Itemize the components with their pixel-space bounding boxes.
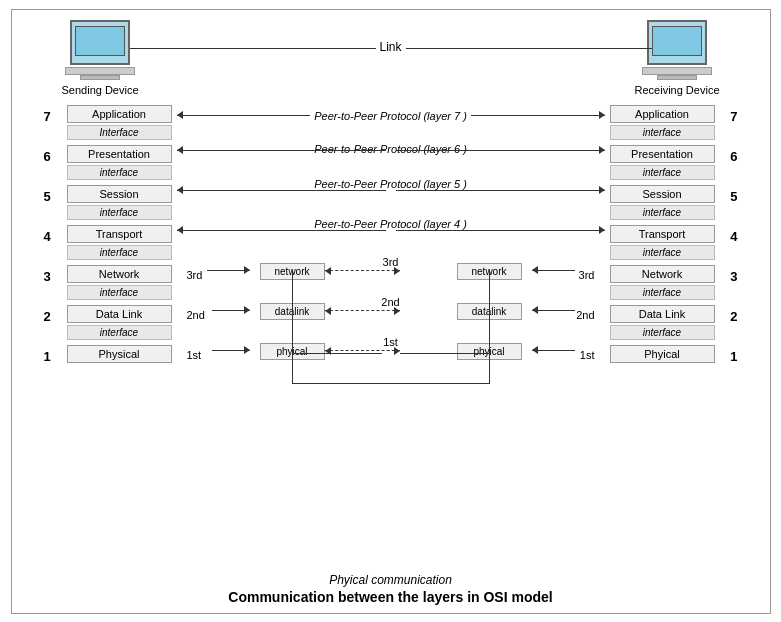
receiving-base xyxy=(642,67,712,75)
left-presentation: Presentation xyxy=(67,145,172,163)
right-session: Session xyxy=(610,185,715,203)
right-presentation: Presentation xyxy=(610,145,715,163)
sending-device: Sending Device xyxy=(62,20,139,96)
protocol-6-label: Peer-to-Peer Protocol (layer 6 ) xyxy=(177,143,605,155)
receiving-label: Receiving Device xyxy=(635,84,720,96)
left-interface-2: interface xyxy=(67,325,172,340)
right-datalink: Data Link xyxy=(610,305,715,323)
left-num-5: 5 xyxy=(44,189,51,204)
label-3rd-center: 3rd xyxy=(383,256,399,268)
right-num-4: 4 xyxy=(730,229,737,244)
left-num-2: 2 xyxy=(44,309,51,324)
right-interface-2: interface xyxy=(610,325,715,340)
protocol-7: Peer-to-Peer Protocol (layer 7 ) xyxy=(177,110,605,122)
right-num-2: 2 xyxy=(730,309,737,324)
caption-area: Phyical communication Communication betw… xyxy=(12,573,770,605)
vert-line-right-mid xyxy=(489,270,490,353)
right-num-1: 1 xyxy=(730,349,737,364)
right-num-6: 6 xyxy=(730,149,737,164)
right-interface-7: interface xyxy=(610,125,715,140)
protocol-6-arrow xyxy=(177,150,605,151)
link-label: Link xyxy=(375,40,405,54)
right-transport: Transport xyxy=(610,225,715,243)
right-phyical: Phyical xyxy=(610,345,715,363)
right-interface-4: interface xyxy=(610,245,715,260)
receiving-device: Receiving Device xyxy=(635,20,720,96)
label-2nd-center: 2nd xyxy=(381,296,399,308)
arrow-2nd-left xyxy=(212,310,250,311)
vert-line-left-bottom xyxy=(292,353,293,383)
arrow-3rd-right xyxy=(532,270,575,271)
left-num-7: 7 xyxy=(44,109,51,124)
left-interface-7: Interface xyxy=(67,125,172,140)
arrow-1st-right xyxy=(532,350,575,351)
diagram-container: Sending Device Receiving Device Link 7 A… xyxy=(11,9,771,614)
protocol-6-text: Peer-to-Peer Protocol (layer 6 ) xyxy=(310,143,471,155)
label-1st-center: 1st xyxy=(383,336,398,348)
dashed-1 xyxy=(325,350,400,351)
left-physical: Physical xyxy=(67,345,172,363)
protocol-7-text: Peer-to-Peer Protocol (layer 7 ) xyxy=(310,110,471,122)
left-interface-3: interface xyxy=(67,285,172,300)
label-2nd-left: 2nd xyxy=(187,309,205,321)
right-num-7: 7 xyxy=(730,109,737,124)
right-interface-5: interface xyxy=(610,205,715,220)
left-num-1: 1 xyxy=(44,349,51,364)
arrow-1st-left xyxy=(212,350,250,351)
label-2nd-right2: 2nd xyxy=(576,309,594,321)
left-num-4: 4 xyxy=(44,229,51,244)
caption-main: Communication between the layers in OSI … xyxy=(12,589,770,605)
dashed-2 xyxy=(325,310,400,311)
receiving-screen xyxy=(647,20,707,65)
right-interface-3: interface xyxy=(610,285,715,300)
label-1st-right2: 1st xyxy=(580,349,595,361)
left-session: Session xyxy=(67,185,172,203)
left-num-3: 3 xyxy=(44,269,51,284)
left-interface-6: interface xyxy=(67,165,172,180)
dashed-3 xyxy=(325,270,400,271)
sending-screen xyxy=(70,20,130,65)
right-num-5: 5 xyxy=(730,189,737,204)
protocol-4-text: Peer-to-Peer Protocol (layer 4 ) xyxy=(310,218,471,230)
right-network: Network xyxy=(610,265,715,283)
label-3rd-left: 3rd xyxy=(187,269,203,281)
right-num-3: 3 xyxy=(730,269,737,284)
receiving-stand xyxy=(657,75,697,80)
left-transport: Transport xyxy=(67,225,172,243)
left-interface-4: interface xyxy=(67,245,172,260)
vert-line-right-bottom xyxy=(489,353,490,383)
vert-line-left-mid xyxy=(292,270,293,353)
protocol-5-arrow xyxy=(177,190,605,191)
label-3rd-right2: 3rd xyxy=(579,269,595,281)
bottom-horiz-line xyxy=(292,383,490,384)
arrow-2nd-right xyxy=(532,310,575,311)
left-application: Application xyxy=(67,105,172,123)
caption-phycal: Phyical communication xyxy=(12,573,770,587)
left-network: Network xyxy=(67,265,172,283)
left-interface-5: interface xyxy=(67,205,172,220)
right-application: Application xyxy=(610,105,715,123)
sending-label: Sending Device xyxy=(62,84,139,96)
label-1st-left: 1st xyxy=(187,349,202,361)
bottom-line-right xyxy=(400,353,490,354)
right-interface-6: interface xyxy=(610,165,715,180)
left-datalink: Data Link xyxy=(67,305,172,323)
sending-base xyxy=(65,67,135,75)
bottom-line-left xyxy=(292,353,382,354)
sending-stand xyxy=(80,75,120,80)
left-num-6: 6 xyxy=(44,149,51,164)
protocol-5-text: Peer-to-Peer Protocol (layer 5 ) xyxy=(310,178,471,190)
protocol-4-arrow xyxy=(177,230,605,231)
arrow-3rd-left xyxy=(207,270,250,271)
